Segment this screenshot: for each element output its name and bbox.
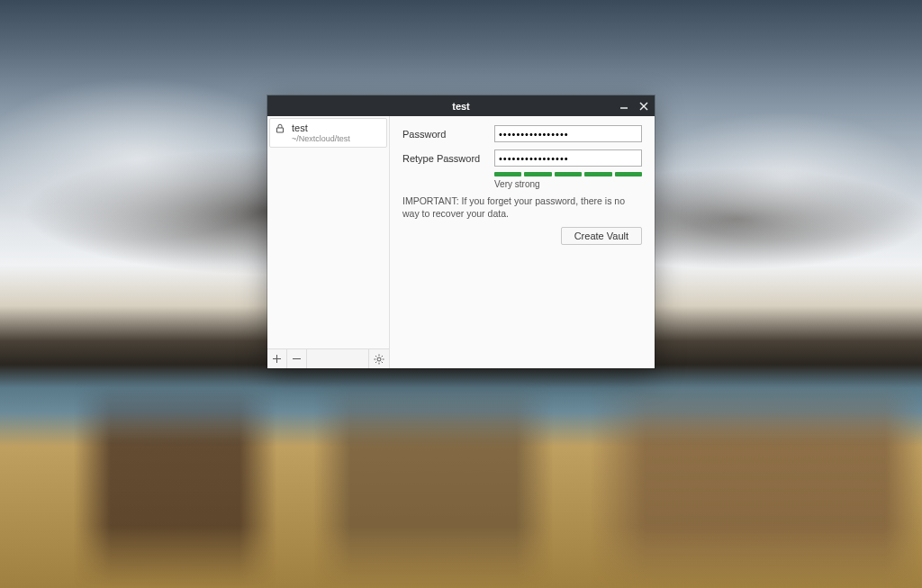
minimize-button[interactable] (617, 99, 631, 113)
svg-line-13 (382, 356, 383, 357)
vault-path: ~/Nextcloud/test (292, 134, 350, 143)
close-button[interactable] (637, 99, 651, 113)
gear-icon (374, 354, 384, 365)
strength-bar (584, 172, 611, 176)
window-controls (617, 95, 651, 116)
settings-button[interactable] (369, 349, 389, 368)
svg-line-12 (382, 361, 383, 362)
vault-item-test[interactable]: test ~/Nextcloud/test (269, 118, 387, 148)
lock-icon (276, 122, 286, 133)
strength-bars (494, 172, 642, 176)
password-label: Password (402, 129, 494, 140)
strength-bar (615, 172, 642, 176)
toolbar-spacer (307, 349, 369, 368)
app-window: test test ~/Nextcloud/test (267, 95, 655, 368)
svg-line-11 (375, 356, 376, 357)
window-titlebar[interactable]: test (267, 95, 655, 116)
minus-icon (292, 354, 302, 364)
strength-bar (494, 172, 521, 176)
window-title: test (267, 101, 655, 112)
password-input[interactable] (494, 125, 642, 142)
sidebar-toolbar (267, 348, 389, 368)
create-vault-button[interactable]: Create Vault (561, 227, 642, 245)
vault-sidebar: test ~/Nextcloud/test (267, 116, 390, 368)
window-content: test ~/Nextcloud/test (267, 116, 655, 368)
svg-point-6 (377, 357, 381, 361)
remove-vault-button[interactable] (287, 349, 307, 368)
retype-password-input[interactable] (494, 149, 642, 167)
strength-bar (555, 172, 582, 176)
vault-list: test ~/Nextcloud/test (267, 116, 389, 348)
strength-label: Very strong (494, 179, 642, 189)
retype-password-label: Retype Password (402, 153, 494, 164)
add-vault-button[interactable] (267, 349, 287, 368)
main-panel: Password Retype Password Very strong IMP… (390, 116, 655, 368)
svg-line-14 (375, 361, 376, 362)
vault-name: test (292, 122, 350, 134)
plus-icon (272, 354, 282, 364)
password-warning: IMPORTANT: If you forget your password, … (402, 194, 642, 220)
strength-bar (524, 172, 551, 176)
password-strength-meter: Very strong (494, 172, 642, 189)
